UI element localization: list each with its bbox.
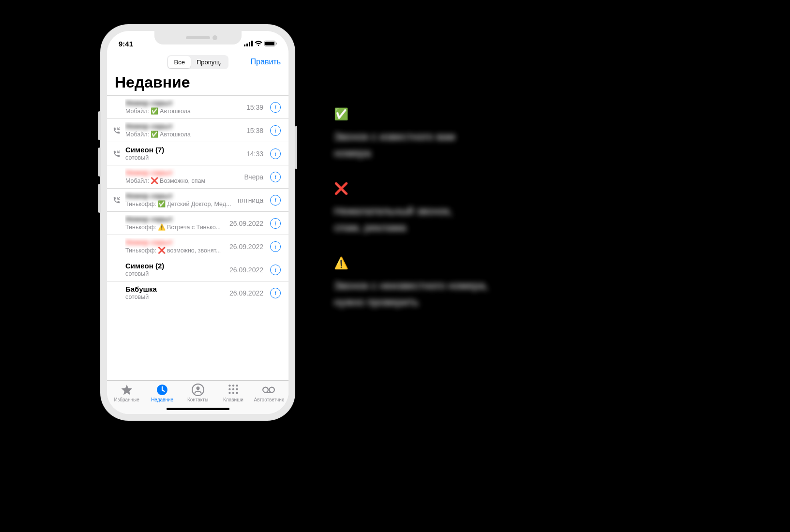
tab-favorites-label: Избранные [114, 397, 139, 402]
clock-icon [156, 384, 168, 396]
caller-name: Бабушка [125, 285, 224, 294]
tab-keypad[interactable]: Клавиши [215, 384, 251, 402]
svg-point-20 [269, 387, 274, 393]
legend: ✅Звонок с известного вамномера❌Нежелател… [334, 107, 605, 331]
info-icon[interactable]: i [270, 288, 281, 298]
segment-all-button[interactable]: Все [168, 56, 190, 68]
call-row[interactable]: Номер скрытМобайл:✅Автошкола15:38i [107, 118, 289, 142]
tab-keypad-label: Клавиши [223, 397, 243, 402]
status-icons [244, 41, 277, 46]
call-time: 26.09.2022 [229, 266, 263, 274]
legend-text-line: Звонок с известного вам [334, 129, 605, 145]
call-sub-prefix: Мобайл: [125, 108, 149, 116]
segment-missed-button[interactable]: Пропущ. [191, 56, 228, 68]
info-icon[interactable]: i [270, 102, 281, 113]
call-sub-text: Автошкола [160, 108, 191, 116]
svg-point-13 [228, 388, 230, 390]
call-subtitle: сотовый [125, 294, 224, 301]
call-row[interactable]: Симеон (2)сотовый26.09.2022i [107, 258, 289, 281]
svg-rect-2 [249, 42, 250, 46]
call-time: пятница [238, 196, 263, 204]
star-icon [121, 384, 133, 396]
call-sub-prefix: сотовый [125, 154, 149, 162]
svg-point-19 [263, 387, 268, 393]
keypad-icon [227, 384, 240, 396]
call-sub-prefix: Тинькофф: [125, 201, 156, 208]
person-icon [192, 384, 204, 396]
tab-recents[interactable]: Недавние [144, 384, 180, 402]
notch [154, 31, 242, 44]
call-row[interactable]: Бабушкасотовый26.09.2022i [107, 281, 289, 304]
home-indicator[interactable] [167, 408, 229, 410]
caller-name: Симеон (2) [125, 262, 224, 270]
svg-rect-0 [244, 44, 245, 46]
call-time: 14:33 [246, 150, 263, 158]
phone-screen: 9:41 Все Пропущ. Править Недавние Номер … [107, 31, 289, 414]
call-body: Номер скрытМобайл:✅Автошкола [125, 99, 241, 115]
legend-text: Звонок с неизвестного номера,нужно прове… [334, 278, 605, 310]
call-status-emoji: ✅ [151, 131, 158, 138]
svg-point-10 [228, 384, 230, 386]
call-subtitle: Мобайл:✅Автошкола [125, 131, 241, 138]
tab-contacts[interactable]: Контакты [180, 384, 215, 402]
info-icon[interactable]: i [270, 265, 281, 275]
call-sub-text: Автошкола [160, 131, 191, 139]
tab-voicemail[interactable]: Автоответчик [251, 384, 287, 402]
svg-point-18 [236, 392, 238, 394]
call-row[interactable]: Номер скрытТинькофф:✅Детский Доктор, Мед… [107, 188, 289, 211]
info-icon[interactable]: i [270, 148, 281, 159]
call-sub-text: Возможно, спам [160, 177, 205, 185]
info-icon[interactable]: i [270, 218, 281, 229]
caller-name: Номер скрыт [125, 99, 241, 107]
call-sub-prefix: Тинькофф: [125, 247, 156, 255]
call-sub-text: возможно, звонят... [167, 247, 221, 255]
svg-point-14 [232, 388, 234, 390]
recents-list[interactable]: Номер скрытМобайл:✅Автошкола15:39iНомер … [107, 95, 289, 380]
call-subtitle: Мобайл:❌Возможно, спам [125, 177, 238, 185]
caller-name: Номер скрыт [125, 215, 224, 223]
legend-text-line: Звонок с неизвестного номера, [334, 278, 605, 294]
call-sub-prefix: Тинькофф: [125, 224, 156, 232]
call-time: Вчера [244, 173, 263, 181]
info-icon[interactable]: i [270, 241, 281, 252]
call-row[interactable]: Номер скрытТинькофф:⚠️Встреча с Тинько..… [107, 211, 289, 235]
legend-text-line: номера [334, 145, 605, 162]
call-body: Симеон (2)сотовый [125, 262, 224, 278]
call-row[interactable]: Симеон (7)сотовый14:33i [107, 142, 289, 165]
info-icon[interactable]: i [270, 195, 281, 206]
call-row[interactable]: Номер скрытМобайл:❌Возможно, спамВчераi [107, 165, 289, 188]
svg-point-17 [232, 392, 234, 394]
svg-point-16 [228, 392, 230, 394]
caller-name: Номер скрыт [125, 192, 232, 200]
tab-favorites[interactable]: Избранные [109, 384, 144, 402]
call-time: 26.09.2022 [229, 289, 263, 297]
call-status-emoji: ❌ [151, 177, 158, 185]
incoming-call-icon [111, 150, 122, 158]
call-subtitle: Тинькофф:✅Детский Доктор, Мед... [125, 200, 232, 208]
call-status-emoji: ❌ [158, 247, 166, 254]
call-subtitle: Тинькофф:⚠️Встреча с Тинько... [125, 223, 224, 231]
cellular-icon [244, 41, 253, 46]
caller-name: Номер скрыт [125, 238, 224, 247]
legend-text-line: нужно проверить [334, 294, 605, 310]
call-time: 15:38 [246, 127, 263, 134]
call-sub-prefix: Мобайл: [125, 177, 149, 185]
call-time: 15:39 [246, 103, 263, 111]
caller-name: Симеон (7) [125, 146, 241, 154]
call-row[interactable]: Номер скрытМобайл:✅Автошкола15:39i [107, 95, 289, 118]
svg-rect-6 [276, 43, 277, 44]
wifi-icon [255, 41, 262, 46]
call-row[interactable]: Номер скрытТинькофф:❌возможно, звонят...… [107, 235, 289, 258]
caller-name: Номер скрыт [125, 168, 238, 177]
call-subtitle: Мобайл:✅Автошкола [125, 107, 241, 115]
caller-name: Номер скрыт [125, 122, 241, 131]
page-title: Недавние [107, 72, 289, 95]
call-status-emoji: ✅ [158, 200, 166, 208]
call-body: Симеон (7)сотовый [125, 146, 241, 162]
legend-item: ✅Звонок с известного вамномера [334, 107, 605, 162]
tab-voicemail-label: Автоответчик [254, 397, 284, 402]
info-icon[interactable]: i [270, 125, 281, 136]
info-icon[interactable]: i [270, 172, 281, 182]
nav-bar: Все Пропущ. Править [107, 52, 289, 72]
edit-button[interactable]: Править [251, 58, 281, 66]
